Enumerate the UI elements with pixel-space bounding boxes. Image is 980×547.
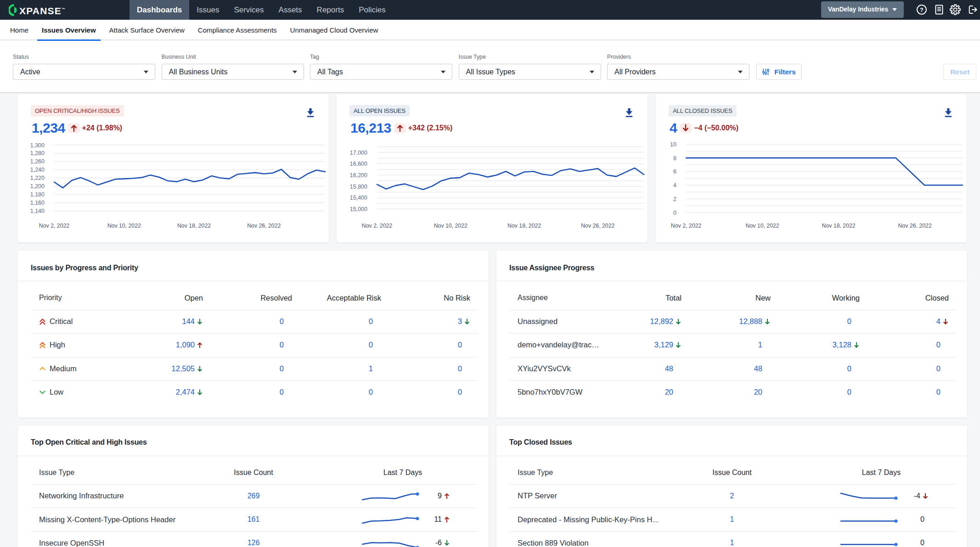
- svg-text:Nov 18, 2022: Nov 18, 2022: [177, 223, 211, 229]
- svg-text:2: 2: [673, 196, 676, 202]
- svg-text:Nov 10, 2022: Nov 10, 2022: [434, 223, 467, 229]
- svg-text:Nov 26, 2022: Nov 26, 2022: [898, 223, 932, 229]
- svg-text:Nov 10, 2022: Nov 10, 2022: [746, 223, 779, 229]
- svg-text:16,600: 16,600: [350, 161, 367, 167]
- svg-text:?: ?: [920, 6, 924, 13]
- svg-text:1,200: 1,200: [30, 183, 45, 190]
- svg-text:Nov 10, 2022: Nov 10, 2022: [107, 223, 141, 229]
- svg-text:8: 8: [673, 155, 676, 162]
- svg-text:4: 4: [673, 182, 676, 189]
- svg-text:1,280: 1,280: [30, 150, 45, 156]
- svg-text:1,160: 1,160: [30, 200, 45, 206]
- svg-text:15,400: 15,400: [350, 195, 367, 201]
- svg-text:1,180: 1,180: [30, 191, 45, 198]
- svg-text:17,000: 17,000: [350, 150, 367, 156]
- svg-text:1,240: 1,240: [30, 167, 45, 173]
- svg-text:Nov 18, 2022: Nov 18, 2022: [822, 223, 856, 229]
- svg-text:6: 6: [673, 168, 676, 175]
- svg-text:Nov 18, 2022: Nov 18, 2022: [507, 223, 541, 229]
- svg-text:Nov 2, 2022: Nov 2, 2022: [671, 223, 701, 229]
- svg-text:Nov 26, 2022: Nov 26, 2022: [581, 223, 614, 229]
- svg-text:10: 10: [670, 141, 676, 148]
- svg-text:15,800: 15,800: [350, 184, 367, 190]
- svg-text:1,260: 1,260: [30, 158, 45, 165]
- svg-text:16,200: 16,200: [350, 172, 367, 179]
- svg-text:1,140: 1,140: [30, 208, 45, 214]
- svg-text:0: 0: [673, 210, 676, 216]
- svg-text:Nov 2, 2022: Nov 2, 2022: [362, 223, 392, 229]
- svg-text:Nov 26, 2022: Nov 26, 2022: [247, 223, 281, 229]
- svg-text:1,300: 1,300: [30, 142, 45, 149]
- svg-text:15,000: 15,000: [350, 206, 367, 212]
- svg-text:Nov 2, 2022: Nov 2, 2022: [39, 223, 69, 229]
- svg-text:1,220: 1,220: [30, 175, 45, 181]
